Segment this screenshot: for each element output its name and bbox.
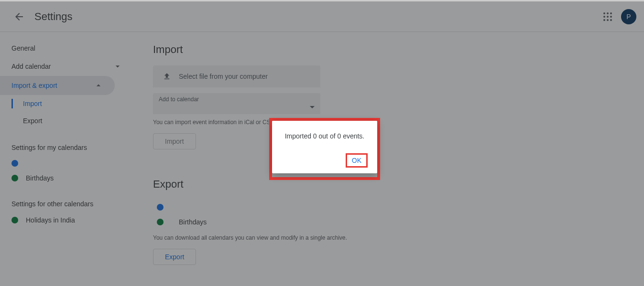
import-result-dialog: Imported 0 out of 0 events. OK [272, 121, 377, 173]
dialog-message: Imported 0 out of 0 events. [282, 132, 368, 140]
dialog-ok-button[interactable]: OK [346, 153, 368, 168]
